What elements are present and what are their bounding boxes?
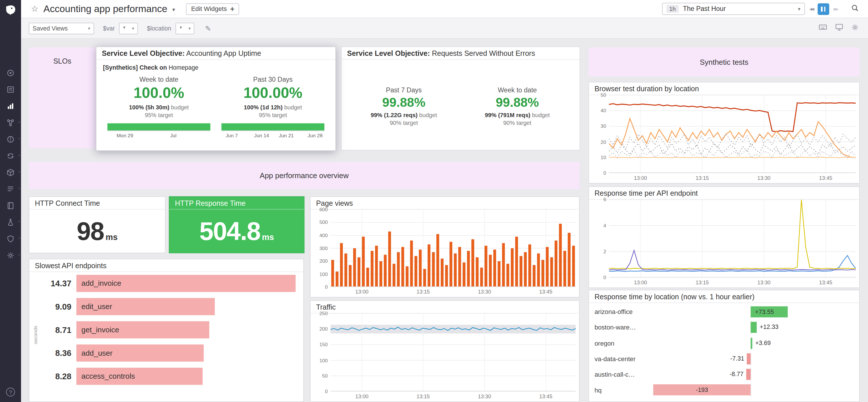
timeseries-chart[interactable]: 01020304050 13:0013:1513:3013:45 xyxy=(591,95,856,182)
location-row[interactable]: oregon+3.69 xyxy=(595,336,855,351)
template-var-select[interactable]: * ▾ xyxy=(176,23,194,34)
location-bar[interactable] xyxy=(751,338,752,348)
chevron-down-icon[interactable]: ▾ xyxy=(172,7,175,13)
chevron-down-icon: ▾ xyxy=(88,26,90,31)
location-label: austin-call-c… xyxy=(595,371,650,378)
hbar-chart[interactable]: seconds 14.37add_invoice9.09edit_user8.7… xyxy=(33,272,296,398)
template-var-select[interactable]: * ▾ xyxy=(119,23,138,34)
slos-group-header[interactable]: SLOs xyxy=(29,47,96,148)
location-value: +73.55 xyxy=(751,308,774,315)
forward-button[interactable]: ▸▸ xyxy=(834,6,838,12)
gear-icon[interactable] xyxy=(851,23,859,34)
slo-column: Week to date 99.88% 99% (791M reqs) budg… xyxy=(461,86,574,126)
location-row[interactable]: hq-193 xyxy=(595,382,855,398)
metric-value: 98 xyxy=(76,219,104,244)
metric-unit: ms xyxy=(262,232,274,242)
sidebar-item-settings[interactable]: › xyxy=(6,251,15,260)
endpoint-bar-row[interactable]: 8.36add_user xyxy=(39,344,296,362)
metric-value: 504.8 xyxy=(199,219,260,244)
page-views-widget[interactable]: Page views 0100200300400500600 13:0013:1… xyxy=(310,196,580,298)
endpoint-bar-row[interactable]: 8.28access_controls xyxy=(39,368,296,385)
sidebar-item-apm[interactable]: › xyxy=(6,152,15,161)
tv-mode-icon[interactable] xyxy=(835,23,844,34)
http-connect-time-widget[interactable]: HTTP Connect Time 98 ms xyxy=(29,196,166,253)
endpoint-bar-row[interactable]: 9.09edit_user xyxy=(39,298,296,315)
endpoint-bar[interactable]: add_invoice xyxy=(76,275,296,292)
sidebar-item-infrastructure[interactable]: › xyxy=(6,118,15,127)
sidebar-item-dashboards[interactable] xyxy=(6,102,15,111)
widget-title: HTTP Connect Time xyxy=(29,197,165,209)
chevron-right-icon: › xyxy=(18,252,20,257)
zoom-search-icon[interactable] xyxy=(851,3,859,14)
slo-budget: 100% (1d 12h) budget xyxy=(216,104,330,110)
location-row[interactable]: austin-call-c…-8.77 xyxy=(595,367,855,382)
timeseries-chart[interactable]: 0100200300400500600 13:0013:1513:3013:45 xyxy=(313,209,576,296)
diverging-bar-chart[interactable]: arizona-office+73.55boston-ware…+12.33or… xyxy=(595,304,855,399)
slo-widget-uptime[interactable]: Service Level Objective: Accounting App … xyxy=(96,46,336,151)
location-label: boston-ware… xyxy=(595,324,650,331)
x-tick-label: 13:30 xyxy=(757,175,771,181)
location-row[interactable]: boston-ware…+12.33 xyxy=(595,320,855,335)
banner-text: Synthetic tests xyxy=(700,58,748,66)
sidebar-item-security[interactable]: › xyxy=(6,235,15,243)
x-tick-label: 13:00 xyxy=(355,393,368,399)
edit-pencil-icon[interactable]: ✎ xyxy=(205,24,211,33)
slowest-api-endpoints-widget[interactable]: Slowest API endpoints seconds 14.37add_i… xyxy=(29,259,304,402)
response-time-per-api-endpoint-widget[interactable]: Response time per API endpoint 0246 13:0… xyxy=(589,187,860,288)
y-tick-label: 30 xyxy=(601,124,606,129)
datadog-logo[interactable] xyxy=(4,3,17,17)
plot-area[interactable] xyxy=(609,200,856,278)
widget-title: Response time per API endpoint xyxy=(589,187,859,199)
location-bar[interactable] xyxy=(751,322,757,333)
browser-test-duration-widget[interactable]: Browser test duration by location 010203… xyxy=(589,82,860,183)
plot-area[interactable] xyxy=(331,314,576,392)
response-time-by-location-widget[interactable]: Response time by location (now vs. 1 hou… xyxy=(589,290,860,402)
sidebar-item-synthetics[interactable]: › xyxy=(6,218,15,227)
saved-views-select[interactable]: Saved Views ▾ xyxy=(29,23,94,34)
endpoint-bar[interactable]: edit_user xyxy=(76,298,215,315)
plot-area[interactable] xyxy=(331,209,576,287)
timeseries-chart[interactable]: 0246 13:0013:1513:3013:45 xyxy=(591,200,856,287)
location-bar[interactable]: -193 xyxy=(653,384,750,395)
plot-area[interactable] xyxy=(609,95,856,173)
synthetic-tests-banner[interactable]: Synthetic tests xyxy=(589,47,860,76)
endpoint-bar[interactable]: get_invoice xyxy=(76,321,209,338)
slo-columns: Past 7 Days 99.88% 99% (1.22G reqs) budg… xyxy=(342,60,580,126)
sidebar-item-watchdog[interactable] xyxy=(6,68,15,77)
traffic-widget[interactable]: Traffic 050100150200250 13:0013:1513:301… xyxy=(310,300,580,402)
chevron-right-icon: › xyxy=(18,169,20,174)
sidebar-item-logs[interactable]: › xyxy=(6,185,15,194)
chevron-right-icon: › xyxy=(18,120,20,124)
x-tick-label: 13:15 xyxy=(696,175,709,181)
keyboard-shortcuts-icon[interactable] xyxy=(818,23,828,34)
http-response-time-widget[interactable]: HTTP Response Time 504.8 ms xyxy=(169,196,305,253)
rewind-button[interactable]: ◂◂ xyxy=(809,6,813,12)
slo-target: 95% target xyxy=(102,112,216,118)
edit-widgets-button[interactable]: Edit Widgets + xyxy=(186,3,239,15)
star-icon[interactable]: ☆ xyxy=(31,4,39,14)
endpoint-bar-row[interactable]: 8.71get_invoice xyxy=(39,321,296,338)
top-bar-right: 1h The Past Hour ▾ ◂◂ ▸▸ xyxy=(662,3,859,15)
location-bar[interactable] xyxy=(747,354,751,364)
location-label: oregon xyxy=(595,340,650,346)
slo-value: 100.0% xyxy=(102,85,216,102)
time-range-picker[interactable]: 1h The Past Hour ▾ xyxy=(662,3,805,15)
sidebar-item-events[interactable] xyxy=(6,85,15,94)
slo-period-label: Past 30 Days xyxy=(216,76,330,83)
app-performance-banner[interactable]: App performance overview xyxy=(29,162,580,189)
sidebar-item-monitors[interactable]: › xyxy=(6,135,15,144)
endpoint-bar[interactable]: access_controls xyxy=(76,368,203,385)
sidebar-item-notebooks[interactable] xyxy=(6,201,15,210)
help-icon[interactable]: ? xyxy=(6,388,15,397)
location-bar[interactable]: +73.55 xyxy=(751,306,788,317)
location-row[interactable]: arizona-office+73.55 xyxy=(595,304,855,320)
slo-widget-errors[interactable]: Service Level Objective: Requests Served… xyxy=(341,46,580,150)
endpoint-bar-row[interactable]: 14.37add_invoice xyxy=(39,275,296,292)
pause-button[interactable] xyxy=(817,3,829,15)
location-row[interactable]: va-data-center-7.31 xyxy=(595,351,855,367)
slo-check-line: [Synthetics] Check on Homepage xyxy=(96,60,335,71)
sidebar-item-containers[interactable]: › xyxy=(6,168,15,177)
location-bar[interactable] xyxy=(746,369,750,380)
timeseries-chart[interactable]: 050100150200250 13:0013:1513:3013:45 xyxy=(313,314,576,401)
endpoint-bar[interactable]: add_user xyxy=(76,344,204,362)
